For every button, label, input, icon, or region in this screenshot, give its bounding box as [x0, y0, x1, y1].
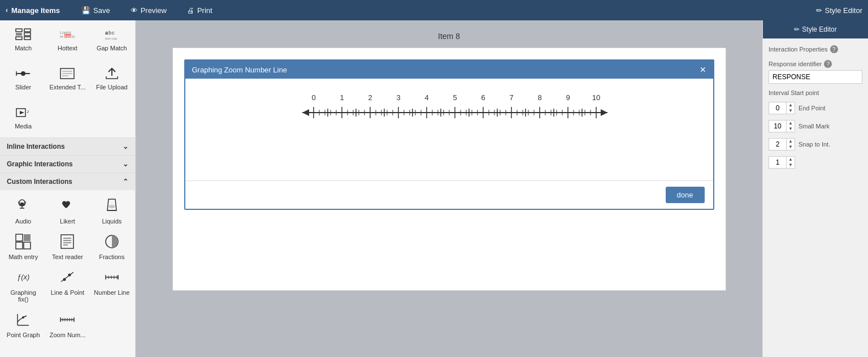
sidebar-item-graphing-fix[interactable]: ƒ(x) Graphing fix() [2, 266, 44, 306]
likert-label: Likert [60, 218, 75, 225]
sidebar-item-audio[interactable]: Audio [2, 195, 44, 228]
response-identifier-label: Response identifier ? [769, 60, 862, 68]
fractions-icon [104, 234, 120, 252]
extra-down[interactable]: ▼ [787, 162, 795, 168]
preview-button[interactable]: 👁 Preview [126, 4, 171, 17]
text-reader-icon [59, 234, 75, 252]
svg-rect-27 [20, 203, 24, 205]
svg-rect-5 [24, 37, 31, 40]
sidebar-item-gap-match[interactable]: a b c text cap Gap Match [91, 25, 133, 55]
line-point-label: Line & Point [51, 289, 84, 296]
liquids-label: Liquids [102, 218, 121, 225]
sidebar-item-extended-text[interactable]: Extended T... [46, 64, 88, 94]
print-icon: 🖨 [187, 6, 194, 15]
graphing-fix-label: Graphing fix() [5, 289, 42, 303]
graphic-interactions-label: Graphic Interactions [7, 160, 73, 168]
zoom-num-icon [59, 312, 75, 330]
save-button[interactable]: 💾 Save [77, 4, 115, 17]
point-graph-icon [15, 312, 31, 330]
number-line-icon [104, 269, 120, 287]
slider-grid: Slider Extended T... [0, 59, 135, 98]
svg-rect-1 [16, 33, 22, 36]
save-icon: 💾 [81, 6, 90, 15]
gap-match-icon: a b c text cap [104, 28, 120, 43]
sidebar-item-slider[interactable]: Slider [2, 64, 44, 94]
item-title: Item 8 [438, 32, 460, 41]
extra-up[interactable]: ▲ [787, 157, 795, 162]
number-line-svg: 0 1 2 3 4 5 6 7 8 9 10 [208, 90, 691, 135]
gap-match-label: Gap Match [97, 45, 127, 51]
extended-text-label: Extended T... [49, 84, 85, 91]
small-mark-arrows: ▲ ▼ [786, 121, 795, 132]
sidebar-item-line-point[interactable]: Line & Point [46, 266, 88, 306]
svg-rect-3 [24, 29, 31, 32]
done-button[interactable]: done [666, 187, 705, 203]
style-editor-tab[interactable]: ✏ Style Editor [816, 6, 862, 15]
fractions-label: Fractions [99, 253, 124, 260]
file-upload-label: File Upload [96, 84, 128, 91]
inline-interactions-header[interactable]: Inline Interactions ⌄ [0, 137, 135, 155]
inline-chevron-icon: ⌄ [123, 143, 128, 150]
sidebar-item-liquids[interactable]: Liquids [91, 195, 133, 228]
svg-text:c: c [112, 30, 115, 36]
preview-label: Preview [141, 6, 167, 15]
svg-point-16 [21, 71, 25, 76]
sidebar-item-number-line[interactable]: Number Line [91, 266, 133, 306]
snap-to-arrows: ▲ ▼ [786, 139, 795, 150]
custom-interactions-header[interactable]: Custom Interactions ⌃ [0, 173, 135, 190]
extra-row: 1 ▲ ▼ [769, 156, 862, 169]
tab-style-editor[interactable]: ✏ Style Editor [763, 20, 868, 38]
top-bar: ‹ Manage Items 💾 Save 👁 Preview 🖨 Print … [0, 0, 868, 20]
number-line-body: 0 1 2 3 4 5 6 7 8 9 10 [185, 79, 713, 180]
print-button[interactable]: 🖨 Print [183, 4, 217, 17]
close-icon[interactable]: ✕ [700, 65, 706, 74]
svg-text:text cap: text cap [105, 37, 118, 40]
sidebar-item-text-reader[interactable]: Text reader [46, 230, 88, 264]
svg-rect-34 [24, 234, 31, 241]
svg-text:tx: tx [72, 35, 75, 38]
help-icon: ? [830, 45, 838, 53]
svg-rect-37 [61, 235, 73, 248]
svg-text:Lorem: Lorem [60, 31, 71, 35]
sidebar-item-likert[interactable]: Likert [46, 195, 88, 228]
sidebar-item-math-entry[interactable]: Math entry [2, 230, 44, 264]
sidebar-item-point-graph[interactable]: Point Graph [2, 308, 44, 342]
pencil-icon: ✏ [794, 25, 800, 33]
svg-text:Hot!: Hot! [65, 35, 72, 38]
right-panel: ✏ Style Editor Interaction Properties ? … [762, 20, 868, 357]
svg-line-44 [61, 272, 73, 282]
preview-icon: 👁 [131, 6, 138, 15]
svg-rect-0 [16, 29, 22, 32]
end-point-up[interactable]: ▲ [787, 102, 795, 108]
extended-text-icon [59, 67, 75, 82]
snap-to-value: 2 [769, 139, 786, 150]
small-mark-down[interactable]: ▼ [787, 126, 795, 132]
sidebar-item-file-upload[interactable]: File Upload [91, 64, 133, 94]
slider-label: Slider [15, 84, 31, 91]
graphic-interactions-header[interactable]: Graphic Interactions ⌄ [0, 155, 135, 173]
response-identifier-input[interactable] [769, 70, 862, 84]
svg-point-56 [22, 316, 24, 319]
end-point-down[interactable]: ▼ [787, 108, 795, 114]
extra-spinner: 1 ▲ ▼ [769, 156, 795, 169]
sidebar-item-media[interactable]: ♪ Media [2, 103, 44, 133]
likert-icon [59, 198, 75, 216]
svg-rect-36 [24, 242, 31, 249]
end-point-spinner: 0 ▲ ▼ [769, 102, 795, 114]
svg-text:b: b [108, 30, 111, 36]
style-editor-label: Style Editor [825, 6, 862, 15]
line-point-icon [59, 269, 75, 287]
manage-items-nav[interactable]: ‹ Manage Items [6, 6, 60, 15]
sidebar-item-match[interactable]: Match [2, 25, 44, 55]
sidebar-item-zoom-num[interactable]: Zoom Num... [46, 308, 88, 342]
sidebar-item-fractions[interactable]: Fractions [91, 230, 133, 264]
small-mark-up[interactable]: ▲ [787, 121, 795, 126]
item-card: Graphing Zoom Number Line ✕ 0 1 2 3 4 [172, 48, 726, 291]
graphic-chevron-icon: ⌄ [123, 160, 128, 168]
sidebar-item-hottext[interactable]: Lorem re Hot! tx Hottext [46, 25, 88, 55]
snap-to-down[interactable]: ▼ [787, 144, 795, 150]
snap-to-up[interactable]: ▲ [787, 139, 795, 144]
hottext-icon: Lorem re Hot! tx [59, 28, 75, 43]
interaction-properties-header: Interaction Properties ? [769, 45, 862, 53]
svg-text:re: re [60, 35, 63, 38]
